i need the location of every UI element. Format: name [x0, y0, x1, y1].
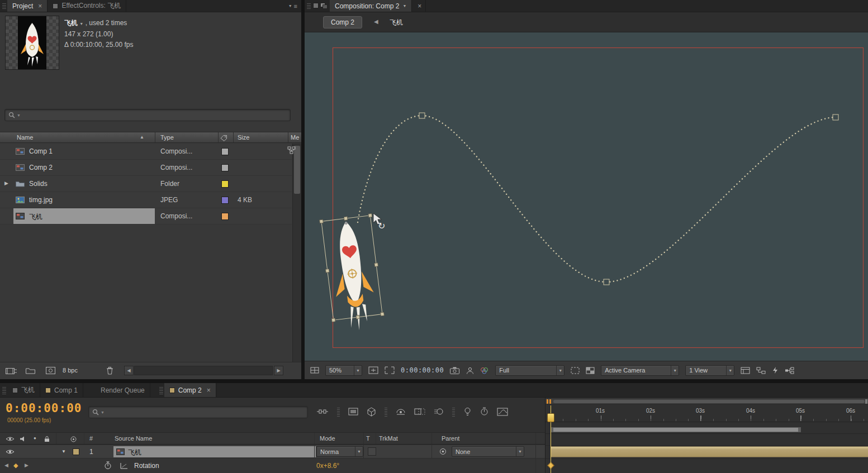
panel-grip[interactable] [159, 386, 163, 394]
color-depth-button[interactable]: 8 bpc [63, 367, 78, 374]
new-folder-icon[interactable] [26, 367, 35, 374]
navigator-start-handle[interactable] [547, 399, 548, 404]
rotation-property-row[interactable]: ◀ ◆ ▶ Rotation 0x+8.6° [0, 458, 545, 473]
motion-path-keyframe[interactable] [604, 279, 609, 285]
tab-timeline-comp2[interactable]: Comp 2 × [164, 383, 216, 397]
property-value[interactable]: 0x+8.6° [316, 462, 339, 470]
hide-shy-layers-icon[interactable] [396, 408, 406, 415]
eye-icon[interactable] [6, 436, 15, 442]
scroll-left-button[interactable]: ◀ [124, 366, 134, 375]
comp-flowchart-icon[interactable] [320, 3, 328, 9]
column-header-name[interactable]: Name [17, 134, 33, 141]
breadcrumb-back-icon[interactable]: ◀ [374, 18, 378, 25]
tab-render-queue[interactable]: Render Queue [96, 383, 150, 397]
trash-icon[interactable] [106, 366, 113, 375]
chevron-down-icon[interactable]: ▼ [79, 22, 83, 26]
keyframe-prev-icon[interactable]: ◀ [4, 462, 8, 468]
column-header-t[interactable]: T [366, 435, 370, 442]
comp-network-icon[interactable] [287, 146, 296, 155]
column-divider[interactable] [56, 433, 56, 444]
column-divider[interactable] [84, 433, 84, 444]
preview-timecode[interactable]: 0:00:00:00 [401, 366, 444, 374]
mask-visibility-icon[interactable] [385, 366, 395, 374]
project-row-comp1[interactable]: Comp 1 Composi... [0, 144, 292, 160]
chevron-down-icon[interactable]: ▼ [402, 4, 406, 8]
project-row-comp2[interactable]: Comp 2 Composi... [0, 160, 292, 176]
transparency-grid-icon[interactable] [586, 367, 595, 374]
brainstorm-icon[interactable] [463, 407, 472, 416]
label-color-chip[interactable] [221, 213, 229, 220]
trkmat-box[interactable] [368, 447, 376, 456]
column-header-size[interactable]: Size [238, 134, 249, 141]
column-header-type[interactable]: Type [160, 134, 174, 141]
tab-composition[interactable]: Composition: Comp 2 ▼ [330, 0, 412, 12]
motion-path[interactable] [358, 116, 836, 282]
navigator-start-handle[interactable] [549, 399, 551, 404]
breadcrumb-comp-button[interactable]: Comp 2 [323, 16, 362, 28]
panel-grip[interactable] [2, 3, 6, 9]
column-divider[interactable] [288, 132, 288, 142]
tab-effect-controls[interactable]: EffectControls: 飞机 [48, 0, 126, 12]
panel-grip[interactable] [2, 386, 6, 394]
layer-name[interactable]: 飞机 [128, 448, 141, 457]
vertical-scrollbar[interactable] [292, 144, 301, 362]
auto-keyframe-icon[interactable] [480, 407, 488, 416]
region-of-interest-icon[interactable] [571, 367, 580, 374]
tab-project[interactable]: Project × [7, 0, 48, 12]
composition-mini-flowchart-icon[interactable] [316, 407, 329, 416]
breadcrumb-item-label[interactable]: 飞机 [390, 18, 403, 27]
motion-path-keyframe[interactable] [833, 114, 838, 120]
scroll-right-button[interactable]: ▶ [274, 366, 283, 375]
column-divider[interactable] [155, 132, 155, 142]
frame-blending-icon[interactable] [414, 408, 425, 415]
column-header-parent[interactable]: Parent [442, 435, 459, 442]
tab-timeline-comp1[interactable]: Comp 1 [40, 383, 83, 397]
motion-blur-icon[interactable] [434, 408, 444, 415]
column-divider[interactable] [314, 433, 315, 444]
switches-icon[interactable] [70, 436, 77, 442]
label-color-chip[interactable] [221, 164, 229, 171]
column-divider[interactable] [535, 433, 536, 444]
layer-visibility-eye-icon[interactable] [6, 449, 15, 455]
work-area-bar[interactable] [551, 427, 801, 432]
current-time-display[interactable]: 0:00:00:00 [6, 402, 82, 415]
timeline-button-icon[interactable] [741, 367, 750, 374]
fast-preview-icon[interactable] [772, 366, 779, 374]
panel-grip[interactable] [307, 3, 311, 9]
close-icon[interactable]: × [207, 386, 211, 394]
sort-ascending-icon[interactable]: ▲ [140, 135, 144, 140]
motion-path-keyframe[interactable] [419, 113, 425, 118]
project-row-solids[interactable]: ▶ Solids Folder [0, 176, 292, 192]
current-time-indicator-head[interactable] [547, 413, 554, 422]
layer-row[interactable]: ▼ 1 飞机 Norma ▼ None ▼ [0, 445, 545, 458]
timeline-search-input[interactable]: ▼ [88, 406, 308, 418]
show-snapshot-icon[interactable] [466, 367, 474, 374]
column-divider[interactable] [218, 132, 219, 142]
layer-duration-bar[interactable] [551, 446, 868, 457]
navigator-end-handle[interactable] [865, 399, 867, 404]
column-divider[interactable] [233, 132, 234, 142]
column-header-trkmat[interactable]: TrkMat [379, 435, 398, 442]
safe-guides-icon[interactable] [368, 366, 378, 374]
keyframe-next-icon[interactable]: ▶ [25, 462, 29, 468]
label-color-icon[interactable] [220, 135, 227, 141]
column-header-number[interactable]: # [89, 435, 93, 442]
parent-pickwhip-icon[interactable] [439, 448, 447, 455]
tab-close-button[interactable]: × [412, 0, 426, 12]
keyframe-add-icon[interactable]: ◆ [13, 462, 18, 469]
column-divider[interactable] [363, 433, 364, 444]
layer-label-chip[interactable] [73, 448, 79, 455]
work-area-start-handle[interactable] [551, 428, 553, 432]
column-divider[interactable] [376, 433, 376, 444]
view-layout-dropdown[interactable]: 1 View ▼ [685, 365, 734, 376]
search-options-icon[interactable]: ▼ [17, 113, 21, 117]
resolution-dropdown[interactable]: Full ▼ [495, 365, 565, 376]
timeline-track-area[interactable]: 01s 02s 03s 04s 05s 06s [545, 398, 868, 473]
project-row-feiji[interactable]: 飞机 Composi... [0, 208, 292, 224]
column-divider[interactable] [431, 433, 432, 444]
draft-3d-icon[interactable] [367, 407, 376, 417]
label-color-chip[interactable] [221, 180, 229, 188]
column-header-mode[interactable]: Mode [320, 435, 335, 442]
property-name[interactable]: Rotation [134, 462, 159, 470]
comp-flowchart-button-icon[interactable] [756, 367, 766, 374]
